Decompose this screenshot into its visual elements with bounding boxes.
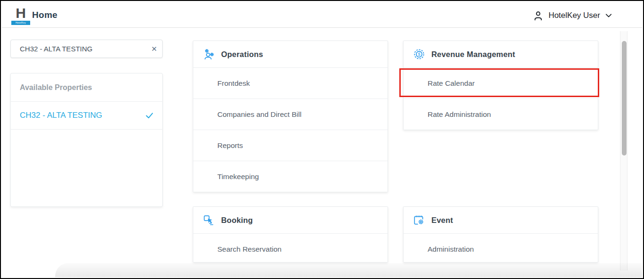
user-icon [532,10,544,22]
scrollbar-thumb[interactable] [622,41,627,156]
booking-card-title: Booking [221,216,253,225]
svg-text:$: $ [418,52,421,57]
user-name: HotelKey User [548,11,600,20]
hotelkey-logo-letter: H [12,6,29,21]
menu-item-rate-calendar[interactable]: Rate Calendar [404,67,598,98]
menu-item-reports[interactable]: Reports [193,130,388,161]
app-window: H HotelKey Home HotelKey User ✕ Availab [0,0,644,279]
event-icon [413,214,425,226]
operations-card-header: Operations [193,41,388,67]
booking-card: Booking Search Reservation [193,206,388,263]
user-menu[interactable]: HotelKey User [532,8,613,24]
hotelkey-logo-brand: HotelKey [11,21,30,25]
available-properties-panel: Available Properties CH32 - ALTA TESTING [10,73,163,207]
property-search-input[interactable] [11,45,146,53]
property-item-ch32[interactable]: CH32 - ALTA TESTING [11,102,162,130]
clear-search-icon[interactable]: ✕ [146,45,162,53]
top-bar: H HotelKey Home HotelKey User [2,2,642,28]
chevron-down-icon [604,11,613,20]
revenue-management-card: $ Revenue Management Rate Calendar Rate … [403,41,598,130]
property-search: ✕ [10,40,163,58]
menu-item-search-reservation[interactable]: Search Reservation [193,233,388,263]
bottom-shadow-band [55,263,642,277]
revenue-management-card-title: Revenue Management [431,50,515,59]
revenue-management-card-header: $ Revenue Management [404,41,598,67]
event-card-header: Event [404,207,598,233]
operations-card-title: Operations [221,50,263,59]
revenue-management-icon: $ [413,48,425,60]
available-properties-title: Available Properties [11,74,162,102]
scrollbar-track[interactable] [620,31,627,271]
menu-item-frontdesk[interactable]: Frontdesk [193,67,388,98]
page-title: Home [32,10,58,20]
booking-card-header: Booking [193,207,388,233]
menu-item-rate-administration[interactable]: Rate Administration [404,98,598,130]
menu-item-timekeeping[interactable]: Timekeeping [193,161,388,192]
event-card: Event Administration [403,206,598,263]
hotelkey-logo[interactable]: H HotelKey [12,6,29,25]
booking-icon [203,214,215,226]
operations-icon [203,48,215,60]
check-icon [144,110,155,121]
event-card-title: Event [431,216,453,225]
menu-item-administration[interactable]: Administration [404,233,598,263]
operations-card: Operations Frontdesk Companies and Direc… [193,41,388,192]
menu-item-companies-and-direct-bill[interactable]: Companies and Direct Bill [193,98,388,130]
property-item-label: CH32 - ALTA TESTING [20,111,144,120]
